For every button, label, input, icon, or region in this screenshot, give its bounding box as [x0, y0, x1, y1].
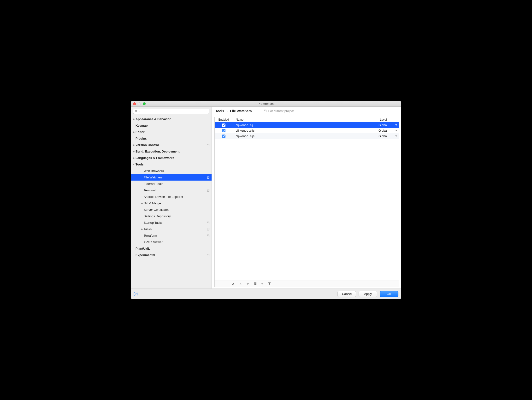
- svg-rect-9: [208, 229, 209, 229]
- col-level[interactable]: Level: [377, 117, 399, 122]
- cancel-button[interactable]: Cancel: [337, 291, 356, 297]
- sidebar-item-web-browsers[interactable]: Web Browsers: [131, 168, 212, 174]
- tree-label: Tasks: [144, 227, 206, 231]
- move-down-button[interactable]: [246, 282, 250, 286]
- chevron-right-icon: ▶: [140, 202, 144, 204]
- tree-label: Editor: [135, 130, 210, 134]
- sidebar-group-experimental[interactable]: Experimental: [131, 252, 212, 258]
- table-body: clj-kondo .cljGlobalclj-kondo .cljsGloba…: [215, 122, 399, 280]
- breadcrumb-root[interactable]: Tools: [215, 109, 224, 113]
- close-icon[interactable]: [133, 102, 136, 105]
- tree-label: Android Device File Explorer: [144, 195, 210, 199]
- chevron-right-icon: ▶: [132, 150, 135, 153]
- ok-button[interactable]: OK: [380, 291, 399, 297]
- breadcrumb-leaf: File Watchers: [230, 109, 252, 113]
- tree-label: Build, Execution, Deployment: [135, 150, 210, 153]
- sidebar-item-tasks[interactable]: ▶Tasks: [131, 226, 212, 232]
- sidebar-item-file-watchers[interactable]: File Watchers: [131, 174, 212, 181]
- scope-label: For current project: [264, 109, 294, 113]
- chevron-right-icon: ›: [226, 109, 228, 113]
- level-value: Global: [379, 134, 388, 138]
- sidebar-group-plantuml[interactable]: PlantUML: [131, 245, 212, 252]
- enabled-checkbox[interactable]: [222, 123, 225, 127]
- sidebar-group-build-execution-deployment[interactable]: ▶Build, Execution, Deployment: [131, 148, 212, 155]
- svg-rect-11: [208, 235, 209, 236]
- sidebar: ▶Appearance & BehaviorKeymap▶EditorPlugi…: [131, 107, 212, 288]
- sidebar-group-version-control[interactable]: ▶Version Control: [131, 142, 212, 148]
- tree-label: Keymap: [135, 124, 210, 127]
- chevron-down-icon: ▼: [132, 163, 135, 166]
- dialog-footer: ? Cancel Apply OK: [131, 288, 401, 299]
- table-toolbar: [215, 280, 399, 287]
- sidebar-group-editor[interactable]: ▶Editor: [131, 129, 212, 135]
- tree-label: Settings Repository: [144, 214, 210, 218]
- tree-label: Version Control: [135, 143, 206, 147]
- project-icon: [207, 189, 210, 192]
- tree-label: Startup Tasks: [144, 221, 206, 224]
- enabled-checkbox[interactable]: [222, 134, 225, 138]
- watcher-name: clj-kondo .cljs: [233, 129, 377, 132]
- svg-rect-5: [208, 190, 209, 191]
- table-row[interactable]: clj-kondo .cljGlobal: [215, 122, 399, 128]
- tree-label: PlantUML: [135, 247, 210, 250]
- chevron-down-icon: [138, 111, 140, 112]
- watcher-name: clj-kondo .clj: [233, 123, 377, 127]
- enabled-checkbox[interactable]: [222, 129, 225, 132]
- tree-label: External Tools: [144, 182, 210, 186]
- level-value: Global: [379, 129, 388, 132]
- zoom-icon[interactable]: [143, 102, 146, 105]
- sidebar-item-settings-repository[interactable]: Settings Repository: [131, 213, 212, 219]
- sidebar-item-terminal[interactable]: Terminal: [131, 187, 212, 194]
- tree-label: Terminal: [144, 189, 206, 192]
- tree-label: Experimental: [135, 253, 206, 257]
- help-button[interactable]: ?: [133, 292, 138, 296]
- project-icon: [207, 234, 210, 237]
- sidebar-group-keymap[interactable]: Keymap: [131, 122, 212, 129]
- chevron-down-icon[interactable]: [395, 130, 397, 131]
- copy-button[interactable]: [253, 282, 257, 286]
- table-header: Enabled Name Level: [215, 117, 399, 122]
- tree-label: Plugins: [135, 137, 210, 140]
- chevron-right-icon: ▶: [132, 157, 135, 159]
- minimize-icon[interactable]: [138, 102, 141, 105]
- col-name[interactable]: Name: [233, 117, 377, 122]
- sidebar-item-diff-merge[interactable]: ▶Diff & Merge: [131, 200, 212, 206]
- sidebar-item-xpath-viewer[interactable]: XPath Viewer: [131, 239, 212, 245]
- tree-label: Web Browsers: [144, 169, 210, 173]
- col-enabled[interactable]: Enabled: [215, 117, 233, 122]
- project-icon: [207, 144, 210, 146]
- chevron-down-icon[interactable]: [395, 135, 397, 137]
- tree-label: Diff & Merge: [144, 201, 210, 205]
- search-input[interactable]: [133, 109, 209, 114]
- sidebar-item-server-certificates[interactable]: Server Certificates: [131, 206, 212, 213]
- export-button[interactable]: [267, 282, 271, 286]
- edit-button[interactable]: [231, 282, 235, 286]
- table-row[interactable]: clj-kondo .cljsGlobal: [215, 128, 399, 133]
- add-button[interactable]: [217, 282, 221, 286]
- sidebar-item-android-device-file-explorer[interactable]: Android Device File Explorer: [131, 194, 212, 200]
- tree-label: File Watchers: [144, 176, 206, 179]
- remove-button[interactable]: [224, 282, 228, 286]
- sidebar-group-tools[interactable]: ▼Tools: [131, 161, 212, 168]
- svg-rect-13: [208, 254, 209, 255]
- tree-label: Tools: [135, 163, 210, 166]
- sidebar-group-languages-frameworks[interactable]: ▶Languages & Frameworks: [131, 155, 212, 161]
- svg-rect-15: [265, 110, 266, 111]
- svg-rect-7: [208, 222, 209, 223]
- tree-label: XPath Viewer: [144, 240, 210, 244]
- sidebar-item-startup-tasks[interactable]: Startup Tasks: [131, 219, 212, 226]
- breadcrumb: Tools › File Watchers For current projec…: [212, 107, 401, 115]
- project-icon: [264, 109, 267, 113]
- sidebar-item-terraform[interactable]: Terraform: [131, 232, 212, 239]
- svg-rect-3: [208, 177, 209, 178]
- watcher-name: clj-kondo .cljc: [233, 134, 377, 138]
- move-up-button[interactable]: [239, 282, 242, 286]
- chevron-down-icon[interactable]: [395, 124, 397, 126]
- sidebar-group-appearance-behavior[interactable]: ▶Appearance & Behavior: [131, 116, 212, 122]
- sidebar-group-plugins[interactable]: Plugins: [131, 135, 212, 142]
- apply-button[interactable]: Apply: [359, 291, 377, 297]
- table-row[interactable]: clj-kondo .cljcGlobal: [215, 133, 399, 139]
- window-controls: [131, 102, 146, 105]
- sidebar-item-external-tools[interactable]: External Tools: [131, 181, 212, 187]
- import-button[interactable]: [260, 282, 264, 286]
